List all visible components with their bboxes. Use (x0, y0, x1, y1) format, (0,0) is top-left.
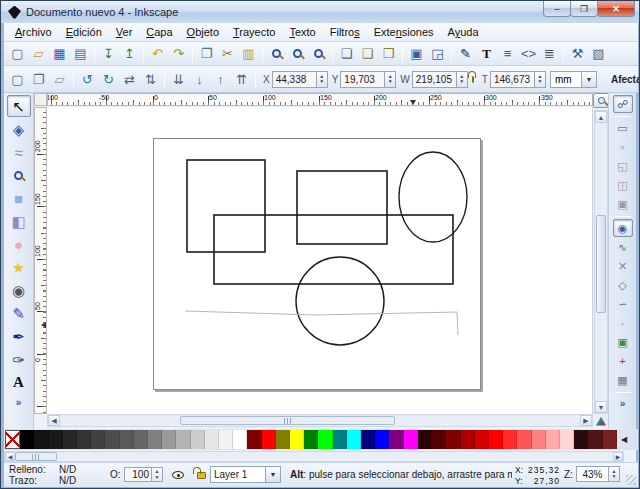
palette-swatch[interactable] (489, 430, 503, 449)
toolbox-overflow[interactable]: » (16, 397, 22, 408)
palette-swatch[interactable] (191, 430, 205, 449)
shape-ellipse-4[interactable] (296, 257, 384, 345)
fill-stroke-dialog-button[interactable]: ✎ (455, 44, 476, 64)
flip-vertical-button[interactable]: ⇅ (140, 69, 161, 89)
preferences-button[interactable]: ⚒ (567, 44, 588, 64)
unit-dropdown-icon[interactable]: ▼ (582, 71, 597, 88)
palette-swatch[interactable] (603, 430, 617, 449)
zoom-button[interactable] (7, 164, 31, 186)
rectangle-button[interactable]: ■ (7, 187, 31, 209)
new-document-button[interactable]: ▢ (7, 44, 28, 64)
palette-swatch[interactable] (219, 430, 233, 449)
scroll-left-arrow[interactable]: ◀ (48, 415, 60, 426)
import-button[interactable]: ↧ (98, 44, 119, 64)
palette-overflow-arrow[interactable]: ◀ (617, 430, 631, 449)
zoom-selection-button[interactable] (266, 44, 287, 64)
palette-swatch[interactable] (247, 430, 261, 449)
snap-bounding-box-button[interactable]: ▭ (613, 119, 633, 137)
raise-one-step-button[interactable]: ↑ (210, 69, 231, 89)
copy-button[interactable]: ❐ (196, 44, 217, 64)
shape-rect-0[interactable] (187, 160, 265, 252)
horizontal-scrollbar[interactable]: ◀ ▶ (47, 414, 593, 427)
text-dialog-button[interactable]: T (476, 44, 497, 64)
group-button[interactable]: ▣ (406, 44, 427, 64)
undo-button[interactable]: ↶ (147, 44, 168, 64)
layers-dialog-button[interactable]: ≡ (497, 44, 518, 64)
scroll-up-arrow[interactable]: ▲ (595, 111, 607, 123)
palette-swatch[interactable] (404, 430, 418, 449)
palette-swatch[interactable] (162, 430, 176, 449)
lower-to-bottom-button[interactable]: ⇊ (168, 69, 189, 89)
pencil-button[interactable]: ✎ (7, 302, 31, 324)
rotate-ccw-button[interactable]: ↺ (77, 69, 98, 89)
maximize-button[interactable]: ❐ (570, 1, 598, 17)
select-all-layers-button[interactable]: ❐ (28, 69, 49, 89)
cms-toggle-button[interactable] (594, 415, 608, 427)
menu-texto[interactable]: Texto (282, 24, 322, 40)
star-button[interactable]: ★ (7, 256, 31, 278)
document-properties-button[interactable]: ▧ (588, 44, 609, 64)
layer-visibility-eye-icon[interactable] (172, 471, 184, 479)
export-button[interactable]: ↥ (119, 44, 140, 64)
palette-swatch[interactable] (304, 430, 318, 449)
snapbar-overflow[interactable]: » (620, 398, 626, 409)
palette-swatch[interactable] (347, 430, 361, 449)
flip-horizontal-button[interactable]: ⇄ (119, 69, 140, 89)
title-bar[interactable]: Documento nuevo 4 - Inkscape – ❐ ✕ (1, 1, 640, 23)
horizontal-ruler[interactable]: -100-50050100150200250300350 (47, 93, 593, 106)
snap-object-centers-button[interactable]: ▣ (613, 333, 633, 351)
menu-trayecto[interactable]: Trayecto (226, 24, 282, 40)
palette-swatch[interactable] (475, 430, 489, 449)
palette-swatch[interactable] (233, 430, 247, 449)
palette-swatch[interactable] (318, 430, 332, 449)
close-button[interactable]: ✕ (597, 1, 635, 17)
resize-grip[interactable] (626, 475, 636, 485)
palette-swatch[interactable] (134, 430, 148, 449)
print-button[interactable]: ▤ (70, 44, 91, 64)
deselect-button[interactable]: ▱ (49, 69, 70, 89)
spiral-button[interactable]: ◉ (7, 279, 31, 301)
shape-rect-3[interactable] (214, 215, 453, 284)
palette-swatch[interactable] (560, 430, 574, 449)
cut-button[interactable]: ✂ (217, 44, 238, 64)
palette-swatch[interactable] (546, 430, 560, 449)
ellipse-button[interactable]: ● (7, 233, 31, 255)
palette-swatch[interactable] (63, 430, 77, 449)
snap-bbox-edge-midpoints-button[interactable]: ◫ (613, 176, 633, 194)
palette-swatch[interactable] (574, 430, 588, 449)
palette-swatch[interactable] (361, 430, 375, 449)
fill-value[interactable]: N/D (59, 464, 89, 475)
palette-swatch[interactable] (503, 430, 517, 449)
palette-swatch[interactable] (375, 430, 389, 449)
bezier-pen-button[interactable]: ✒ (7, 325, 31, 347)
redo-button[interactable]: ↷ (168, 44, 189, 64)
zoom-page-button[interactable] (308, 44, 329, 64)
width-spinner[interactable]: ▲▼ (457, 71, 468, 88)
align-dialog-button[interactable]: ≣ (539, 44, 560, 64)
unit-selector[interactable]: mm ▼ (550, 71, 597, 88)
palette-scroll-thumb[interactable] (15, 452, 57, 461)
duplicate-button[interactable]: ❏ (336, 44, 357, 64)
y-spinner[interactable]: ▲▼ (385, 71, 396, 88)
enable-snapping-button[interactable]: ☍ (613, 95, 633, 113)
palette-swatch[interactable] (205, 430, 219, 449)
menu-capa[interactable]: Capa (139, 24, 179, 40)
opacity-spinner[interactable]: ▲▼ (152, 467, 163, 482)
canvas[interactable] (47, 107, 593, 414)
open-document-button[interactable]: ▱ (28, 44, 49, 64)
palette-swatch[interactable] (49, 430, 63, 449)
rotate-cw-button[interactable]: ↻ (98, 69, 119, 89)
snap-nodes-button[interactable]: ◉ (613, 219, 633, 237)
snap-rotation-centers-button[interactable]: + (613, 352, 633, 370)
palette-swatch[interactable] (333, 430, 347, 449)
opacity-input[interactable]: 100 (124, 467, 152, 482)
create-clone-button[interactable]: ❑ (357, 44, 378, 64)
palette-swatch-none[interactable] (5, 430, 20, 449)
xml-editor-button[interactable]: <> (518, 44, 539, 64)
snap-path-intersections-button[interactable]: ✕ (613, 257, 633, 275)
palette-swatch[interactable] (91, 430, 105, 449)
palette-swatch[interactable] (588, 430, 602, 449)
vertical-scrollbar[interactable]: ▲ ▼ (594, 110, 608, 414)
zoom-spinner[interactable]: ▲▼ (609, 466, 620, 482)
vertical-ruler[interactable]: 200150100500 (34, 107, 47, 414)
